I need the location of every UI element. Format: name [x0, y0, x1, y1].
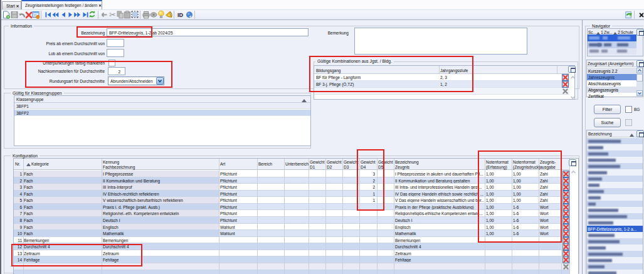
svg-text:✂: ✂ [109, 11, 116, 19]
